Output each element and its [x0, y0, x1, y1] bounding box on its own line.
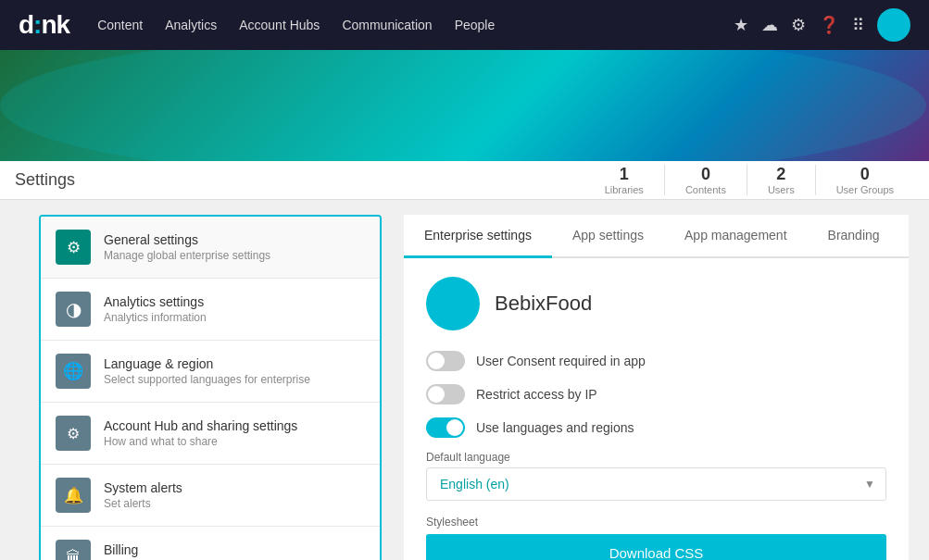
upload-icon[interactable]: ☁: [761, 15, 778, 35]
sidebar-title-4: Account Hub and sharing settings: [104, 418, 297, 433]
nav-communication[interactable]: Communication: [342, 14, 432, 36]
sidebar-title-5: System alerts: [104, 480, 182, 495]
gear-icon[interactable]: ⚙: [791, 15, 806, 35]
tab-enterprise-settings[interactable]: Enterprise settings: [404, 215, 552, 258]
nav-people[interactable]: People: [455, 14, 496, 36]
company-name: BebixFood: [495, 292, 592, 316]
hero-banner: [0, 50, 929, 161]
sidebar-title-1: General settings: [104, 232, 270, 247]
hero-overlay: [0, 50, 929, 161]
sidebar-sub-2: Analytics information: [104, 311, 207, 324]
app-wrapper: d:nk Content Analytics Account Hubs Comm…: [0, 0, 929, 560]
stylesheet-label: Stylesheet: [426, 516, 886, 529]
sidebar-sub-4: How and what to share: [104, 435, 297, 448]
tab-app-settings[interactable]: App settings: [552, 215, 664, 258]
user-avatar[interactable]: [877, 8, 910, 42]
sidebar-sub-3: Select supported languages for enterpris…: [104, 373, 310, 386]
logo[interactable]: d:nk: [19, 10, 69, 40]
company-avatar: [426, 277, 480, 330]
navbar: d:nk Content Analytics Account Hubs Comm…: [0, 0, 929, 50]
default-language-dropdown-wrap: English (en) ▼: [426, 467, 886, 501]
tab-branding[interactable]: Branding: [808, 215, 900, 258]
sidebar-sub-5: Set alerts: [104, 497, 182, 510]
tab-bar: Enterprise settings App settings App man…: [404, 215, 909, 258]
analytics-icon: ◑: [56, 292, 91, 327]
content-area: Enterprise settings App settings App man…: [391, 205, 922, 560]
sidebar-item-general[interactable]: 1 ⚙ General settings Manage global enter…: [41, 217, 380, 279]
toggle-label-1: User Consent required in app: [476, 354, 646, 368]
stat-users: 2 Users: [747, 165, 816, 195]
settings-title-wrap: Settings: [15, 161, 584, 199]
sidebar: 1 ⚙ General settings Manage global enter…: [39, 215, 382, 560]
company-row: BebixFood: [426, 277, 886, 330]
nav-content[interactable]: Content: [97, 14, 143, 36]
toggle-label-3: Use languages and regions: [476, 420, 634, 435]
stats-settings-row: Settings 1 Libraries 0 Contents 2 Users …: [0, 161, 929, 200]
toggle-knob-2: [428, 386, 445, 403]
bell-icon: 🔔: [56, 478, 91, 513]
sidebar-item-billing[interactable]: 6 🏛 Billing Billing Information: [41, 527, 380, 560]
default-language-dropdown[interactable]: English (en): [426, 467, 886, 501]
toggle-restrict-ip-switch[interactable]: [426, 384, 465, 404]
sidebar-title-2: Analytics settings: [104, 294, 207, 309]
default-language-label: Default language: [426, 451, 886, 464]
nav-links: Content Analytics Account Hubs Communica…: [97, 14, 734, 36]
page-title: Settings: [15, 170, 75, 189]
toggle-restrict-ip: Restrict access by IP: [426, 384, 886, 404]
nav-icons: ★ ☁ ⚙ ❓ ⠿: [734, 8, 910, 42]
toggle-knob-3: [446, 419, 463, 436]
stat-contents: 0 Contents: [665, 165, 747, 195]
sidebar-title-6: Billing: [104, 542, 192, 557]
sidebar-item-analytics[interactable]: 2 ◑ Analytics settings Analytics informa…: [41, 279, 380, 341]
sidebar-item-alerts[interactable]: 5 🔔 System alerts Set alerts: [41, 465, 380, 527]
sidebar-title-3: Language & region: [104, 356, 310, 371]
grid-icon[interactable]: ⠿: [852, 15, 864, 35]
page-body: 1 ⚙ General settings Manage global enter…: [0, 200, 929, 560]
stat-user-groups: 0 User Groups: [816, 165, 914, 195]
sidebar-outer: 1 ⚙ General settings Manage global enter…: [7, 205, 382, 560]
toggle-user-consent-switch[interactable]: [426, 351, 465, 371]
sidebar-sub-1: Manage global enterprise settings: [104, 249, 270, 262]
help-icon[interactable]: ❓: [819, 15, 839, 35]
toggle-use-languages: Use languages and regions: [426, 417, 886, 438]
nav-account-hubs[interactable]: Account Hubs: [239, 14, 320, 36]
toggle-use-languages-switch[interactable]: [426, 417, 465, 438]
download-css-button[interactable]: Download CSS: [426, 534, 886, 560]
hub-icon: ⚙: [56, 416, 91, 451]
nav-analytics[interactable]: Analytics: [165, 14, 217, 36]
general-icon: ⚙: [56, 230, 91, 265]
tab-app-management[interactable]: App management: [664, 215, 808, 258]
globe-icon: 🌐: [56, 354, 91, 389]
toggle-user-consent: User Consent required in app: [426, 351, 886, 371]
toggle-label-2: Restrict access by IP: [476, 387, 597, 402]
billing-icon: 🏛: [56, 540, 91, 560]
toggle-knob-1: [428, 353, 445, 369]
stat-libraries: 1 Libraries: [584, 165, 665, 195]
enterprise-settings-panel: BebixFood User Consent required in app R…: [404, 258, 909, 560]
star-icon[interactable]: ★: [734, 15, 748, 35]
sidebar-item-language[interactable]: 3 🌐 Language & region Select supported l…: [41, 341, 380, 403]
stats-bar: 1 Libraries 0 Contents 2 Users 0 User Gr…: [584, 165, 914, 195]
sidebar-item-account-hub[interactable]: 4 ⚙ Account Hub and sharing settings How…: [41, 403, 380, 465]
